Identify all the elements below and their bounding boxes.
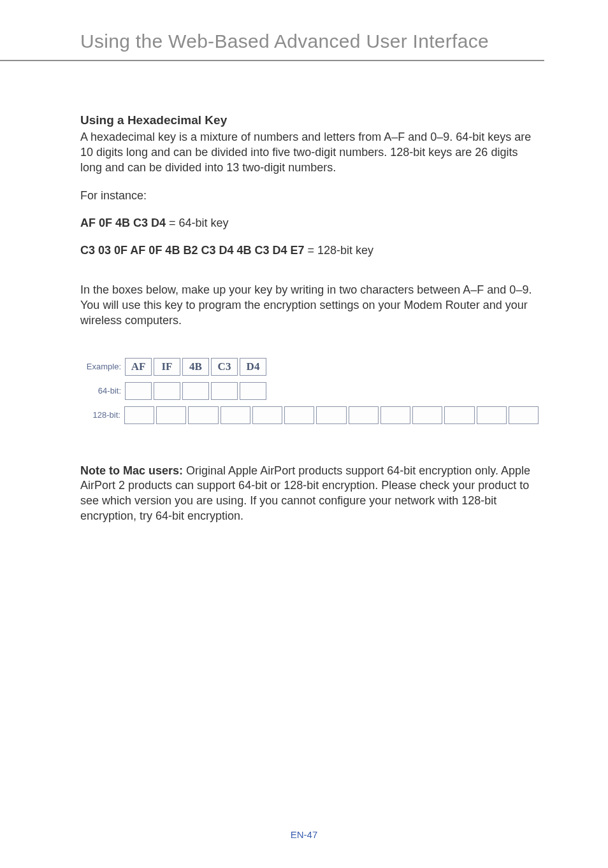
128bit-input-box[interactable] — [412, 406, 442, 424]
note-bold-label: Note to Mac users: — [80, 464, 183, 477]
128bit-input-box[interactable] — [124, 406, 154, 424]
128bit-input-box[interactable] — [349, 406, 379, 424]
key-128bit-value: C3 03 0F AF 0F 4B B2 C3 D4 4B C3 D4 E7 — [80, 244, 304, 257]
key-64bit-suffix: = 64-bit key — [166, 217, 229, 229]
page-number: EN-47 — [0, 829, 608, 840]
key-128bit-suffix: = 128-bit key — [304, 244, 373, 257]
128bit-input-box[interactable] — [316, 406, 346, 424]
128bit-label: 128-bit: — [80, 410, 124, 420]
example-row: Example: AF IF 4B C3 D4 — [80, 358, 540, 376]
note-paragraph: Note to Mac users: Original Apple AirPor… — [80, 464, 540, 524]
128bit-input-box[interactable] — [252, 406, 282, 424]
128bit-row: 128-bit: — [80, 406, 540, 424]
64bit-input-box[interactable] — [240, 382, 266, 400]
128bit-input-box[interactable] — [444, 406, 474, 424]
note-block: Note to Mac users: Original Apple AirPor… — [80, 464, 540, 524]
64bit-input-box[interactable] — [154, 382, 180, 400]
128bit-input-box[interactable] — [221, 406, 250, 424]
key-64bit-value: AF 0F 4B C3 D4 — [80, 217, 166, 229]
intro-paragraph: A hexadecimal key is a mixture of number… — [80, 130, 540, 175]
page-title: Using the Web-Based Advanced User Interf… — [0, 0, 544, 61]
64bit-input-box[interactable] — [125, 382, 152, 400]
example-box-1: IF — [154, 358, 180, 376]
content-area: Using a Hexadecimal Key A hexadecimal ke… — [0, 61, 608, 524]
128bit-input-box[interactable] — [284, 406, 314, 424]
64bit-input-box[interactable] — [211, 382, 238, 400]
128bit-input-box[interactable] — [380, 406, 410, 424]
128bit-input-box[interactable] — [188, 406, 218, 424]
for-instance-label: For instance: — [80, 189, 540, 203]
instructions-paragraph: In the boxes below, make up your key by … — [80, 283, 540, 328]
example-label: Example: — [80, 362, 125, 371]
key-128bit-line: C3 03 0F AF 0F 4B B2 C3 D4 4B C3 D4 E7 =… — [80, 244, 540, 257]
128bit-input-box[interactable] — [156, 406, 186, 424]
example-box-0: AF — [125, 358, 152, 376]
128bit-input-box[interactable] — [477, 406, 507, 424]
example-box-2: 4B — [182, 358, 209, 376]
section-heading: Using a Hexadecimal Key — [80, 113, 540, 127]
64bit-row: 64-bit: — [80, 382, 540, 400]
128bit-input-box[interactable] — [509, 406, 539, 424]
key-64bit-line: AF 0F 4B C3 D4 = 64-bit key — [80, 217, 540, 230]
example-box-3: C3 — [211, 358, 238, 376]
64bit-input-box[interactable] — [182, 382, 209, 400]
key-entry-table: Example: AF IF 4B C3 D4 64-bit: 128-bit: — [80, 358, 540, 424]
64bit-label: 64-bit: — [80, 386, 125, 395]
example-box-4: D4 — [240, 358, 266, 376]
